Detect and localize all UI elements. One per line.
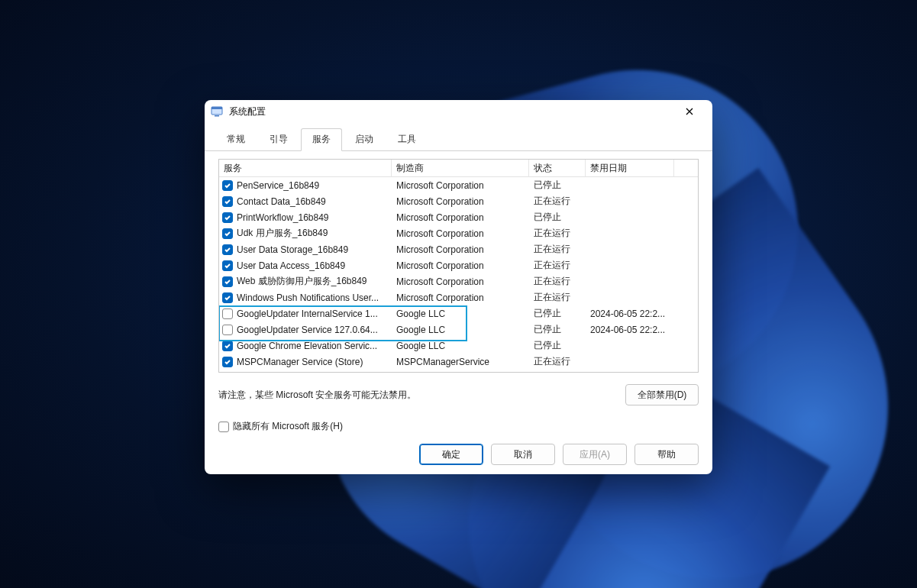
table-row[interactable]: GoogleUpdater Service 127.0.64...Google … — [219, 321, 698, 338]
service-name: PenService_16b849 — [237, 180, 319, 191]
service-status: 已停止 — [529, 323, 586, 336]
app-icon — [211, 105, 223, 118]
service-checkbox[interactable] — [222, 260, 233, 271]
service-manufacturer: Microsoft Corporation — [392, 276, 529, 287]
service-status: 正在运行 — [529, 243, 586, 256]
tab-startup[interactable]: 启动 — [344, 128, 385, 151]
table-row[interactable]: Google Chrome Elevation Servic...Google … — [219, 338, 698, 354]
service-name: Web 威胁防御用户服务_16b849 — [237, 275, 367, 288]
tab-general[interactable]: 常规 — [215, 128, 257, 151]
tab-strip: 常规 引导 服务 启动 工具 — [205, 128, 712, 151]
table-row[interactable]: Windows Push Notifications User...Micros… — [219, 289, 698, 305]
service-manufacturer: Microsoft Corporation — [392, 260, 529, 271]
col-service[interactable]: 服务 — [219, 160, 392, 177]
table-row[interactable]: Udk 用户服务_16b849Microsoft Corporation正在运行 — [219, 225, 698, 241]
check-icon — [224, 246, 231, 254]
service-name: User Data Storage_16b849 — [237, 244, 348, 255]
msconfig-window: 系统配置 常规 引导 服务 启动 工具 服务 制造商 状态 禁用日期 PenSe… — [205, 100, 712, 474]
service-status: 正在运行 — [529, 195, 586, 208]
service-checkbox[interactable] — [222, 292, 233, 303]
help-button[interactable]: 帮助 — [634, 444, 699, 465]
service-status: 正在运行 — [529, 355, 586, 368]
col-disable-date[interactable]: 禁用日期 — [586, 160, 674, 177]
table-row[interactable]: User Data Access_16b849Microsoft Corpora… — [219, 257, 698, 273]
service-manufacturer: Microsoft Corporation — [392, 212, 529, 223]
tab-label: 服务 — [312, 134, 331, 144]
services-table: 服务 制造商 状态 禁用日期 PenService_16b849Microsof… — [218, 159, 699, 373]
disable-all-button[interactable]: 全部禁用(D) — [625, 384, 699, 405]
service-status: 已停止 — [529, 179, 586, 192]
service-name: User Data Access_16b849 — [237, 260, 345, 271]
button-label: 全部禁用(D) — [638, 389, 687, 402]
check-icon — [224, 294, 231, 302]
tab-services[interactable]: 服务 — [301, 128, 342, 151]
service-checkbox[interactable] — [222, 325, 233, 335]
close-button[interactable] — [673, 100, 706, 123]
table-row[interactable]: User Data Storage_16b849Microsoft Corpor… — [219, 241, 698, 257]
service-status: 正在运行 — [529, 275, 586, 288]
hide-microsoft-row: 隐藏所有 Microsoft 服务(H) — [218, 420, 699, 433]
svg-rect-2 — [215, 115, 219, 117]
table-row[interactable]: PrintWorkflow_16b849Microsoft Corporatio… — [219, 209, 698, 225]
tab-boot[interactable]: 引导 — [258, 128, 299, 151]
service-manufacturer: Microsoft Corporation — [392, 292, 529, 303]
service-checkbox[interactable] — [222, 196, 233, 207]
tab-label: 引导 — [270, 134, 288, 144]
service-name: Windows Push Notifications User... — [237, 292, 379, 303]
tab-tools[interactable]: 工具 — [386, 128, 428, 151]
table-row[interactable]: PenService_16b849Microsoft Corporation已停… — [219, 177, 698, 193]
service-manufacturer: Microsoft Corporation — [392, 228, 529, 239]
button-label: 帮助 — [657, 448, 676, 461]
service-manufacturer: Google LLC — [392, 341, 529, 351]
note-row: 请注意，某些 Microsoft 安全服务可能无法禁用。 全部禁用(D) — [218, 382, 699, 408]
service-manufacturer: Microsoft Corporation — [392, 196, 529, 207]
dialog-footer: 确定 取消 应用(A) 帮助 — [205, 433, 712, 477]
col-manufacturer[interactable]: 制造商 — [392, 160, 529, 177]
ok-button[interactable]: 确定 — [419, 444, 483, 465]
check-icon — [224, 262, 231, 270]
service-disable-date: 2024-06-05 22:2... — [586, 325, 674, 335]
check-icon — [224, 278, 231, 286]
svg-rect-1 — [211, 107, 222, 109]
check-icon — [224, 198, 231, 205]
service-name: GoogleUpdater InternalService 1... — [237, 309, 378, 319]
table-row[interactable]: Web 威胁防御用户服务_16b849Microsoft Corporation… — [219, 273, 698, 289]
apply-button[interactable]: 应用(A) — [563, 444, 627, 465]
service-status: 已停止 — [529, 307, 586, 320]
button-label: 应用(A) — [580, 448, 610, 461]
service-name: Google Chrome Elevation Servic... — [237, 341, 377, 351]
service-disable-date: 2024-06-05 22:2... — [586, 309, 674, 319]
table-row[interactable]: GoogleUpdater InternalService 1...Google… — [219, 305, 698, 321]
check-icon — [224, 342, 231, 350]
check-icon — [224, 182, 231, 189]
service-name: GoogleUpdater Service 127.0.64... — [237, 325, 378, 335]
table-row[interactable]: MSPCManager Service (Store)MSPCManagerSe… — [219, 354, 698, 370]
button-label: 确定 — [442, 448, 460, 461]
service-manufacturer: Google LLC — [392, 325, 529, 335]
tab-label: 启动 — [355, 134, 373, 144]
button-label: 取消 — [514, 448, 532, 461]
desktop-background: 系统配置 常规 引导 服务 启动 工具 服务 制造商 状态 禁用日期 PenSe… — [0, 0, 917, 588]
check-icon — [224, 358, 231, 366]
window-title: 系统配置 — [229, 105, 266, 118]
hide-microsoft-checkbox[interactable] — [218, 422, 229, 432]
service-checkbox[interactable] — [222, 212, 233, 223]
table-header: 服务 制造商 状态 禁用日期 — [219, 160, 698, 177]
service-checkbox[interactable] — [222, 276, 233, 287]
col-status[interactable]: 状态 — [529, 160, 586, 177]
service-manufacturer: Microsoft Corporation — [392, 180, 529, 191]
service-checkbox[interactable] — [222, 228, 233, 239]
service-status: 正在运行 — [529, 259, 586, 272]
service-status: 已停止 — [529, 339, 586, 352]
service-checkbox[interactable] — [222, 244, 233, 255]
table-row[interactable]: Contact Data_16b849Microsoft Corporation… — [219, 193, 698, 209]
service-checkbox[interactable] — [222, 309, 233, 319]
service-status: 正在运行 — [529, 291, 586, 304]
service-name: Udk 用户服务_16b849 — [237, 227, 328, 240]
service-name: Contact Data_16b849 — [237, 196, 326, 207]
cancel-button[interactable]: 取消 — [491, 444, 555, 465]
service-checkbox[interactable] — [222, 180, 233, 191]
titlebar[interactable]: 系统配置 — [205, 100, 712, 123]
service-checkbox[interactable] — [222, 357, 233, 367]
service-checkbox[interactable] — [222, 341, 233, 351]
